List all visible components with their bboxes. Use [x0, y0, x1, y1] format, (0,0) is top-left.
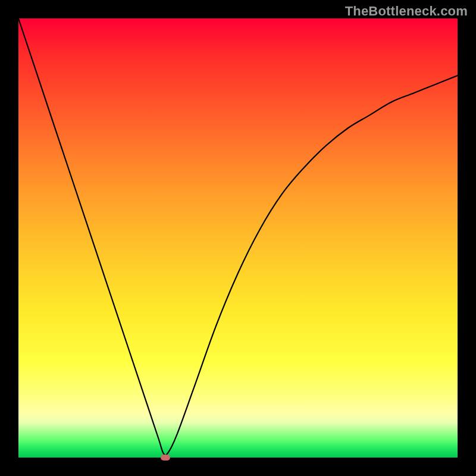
- plot-area: [18, 18, 458, 458]
- watermark-label: TheBottleneck.com: [345, 4, 468, 19]
- curve-svg: [18, 18, 458, 458]
- chart-frame: TheBottleneck.com: [0, 0, 476, 476]
- bottleneck-curve: [18, 18, 458, 455]
- minimum-marker-icon: [161, 455, 170, 461]
